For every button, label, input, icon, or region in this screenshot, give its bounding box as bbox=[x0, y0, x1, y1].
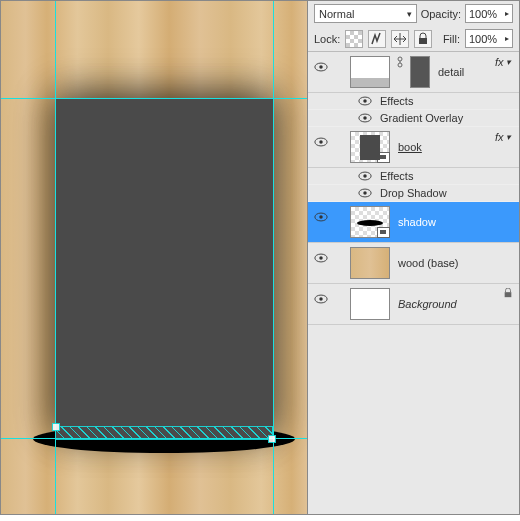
blend-row: Normal Opacity: 100% bbox=[308, 1, 519, 26]
opacity-input[interactable]: 100% bbox=[465, 4, 513, 23]
opacity-label: Opacity: bbox=[421, 8, 461, 20]
effects-header[interactable]: Effects bbox=[308, 168, 519, 185]
svg-point-21 bbox=[319, 297, 323, 301]
lock-position-icon[interactable] bbox=[391, 30, 409, 48]
visibility-toggle[interactable] bbox=[312, 247, 330, 263]
smart-object-icon bbox=[377, 227, 390, 238]
layer-name[interactable]: Background bbox=[394, 288, 499, 320]
visibility-toggle[interactable] bbox=[312, 56, 330, 72]
effect-item[interactable]: Gradient Overlay bbox=[308, 110, 519, 127]
guide-horizontal[interactable] bbox=[1, 98, 307, 99]
svg-rect-22 bbox=[505, 292, 512, 297]
layer-name[interactable]: shadow bbox=[394, 206, 515, 238]
svg-point-15 bbox=[363, 191, 367, 195]
svg-point-13 bbox=[363, 174, 367, 178]
lock-pixels-icon[interactable] bbox=[368, 30, 386, 48]
fill-value: 100% bbox=[469, 33, 497, 45]
svg-point-19 bbox=[319, 256, 323, 260]
lock-icon[interactable] bbox=[503, 288, 515, 300]
document-canvas[interactable] bbox=[1, 1, 307, 514]
layer-thumbnail[interactable] bbox=[350, 56, 390, 88]
visibility-toggle[interactable] bbox=[356, 171, 374, 181]
svg-point-11 bbox=[319, 140, 323, 144]
fx-glyph: fx bbox=[495, 56, 504, 68]
layer-thumbnail[interactable] bbox=[350, 247, 390, 279]
app-root: Normal Opacity: 100% Lock: Fill: 100% de… bbox=[0, 0, 520, 515]
svg-point-4 bbox=[398, 63, 402, 67]
blend-mode-value: Normal bbox=[319, 8, 354, 20]
svg-point-2 bbox=[319, 65, 323, 69]
layers-panel: Normal Opacity: 100% Lock: Fill: 100% de… bbox=[307, 1, 519, 514]
svg-point-3 bbox=[398, 57, 402, 61]
lock-label: Lock: bbox=[314, 33, 340, 45]
svg-point-9 bbox=[363, 116, 367, 120]
fx-badge[interactable]: fx▾ bbox=[495, 131, 515, 143]
lock-transparency-icon[interactable] bbox=[345, 30, 363, 48]
visibility-toggle[interactable] bbox=[312, 288, 330, 304]
visibility-toggle[interactable] bbox=[356, 96, 374, 106]
fill-label: Fill: bbox=[443, 33, 460, 45]
fx-badge[interactable]: fx▾ bbox=[495, 56, 515, 68]
svg-point-7 bbox=[363, 99, 367, 103]
layer-name[interactable]: wood (base) bbox=[394, 247, 515, 279]
blend-mode-select[interactable]: Normal bbox=[314, 4, 417, 23]
layer-thumbnail[interactable] bbox=[350, 206, 390, 238]
layer-name[interactable]: book bbox=[394, 131, 491, 163]
effects-label: Effects bbox=[380, 170, 413, 182]
chevron-down-icon: ▾ bbox=[506, 132, 511, 142]
visibility-toggle[interactable] bbox=[312, 206, 330, 222]
visibility-toggle[interactable] bbox=[356, 113, 374, 123]
lock-all-icon[interactable] bbox=[414, 30, 432, 48]
layer-row[interactable]: shadow bbox=[308, 202, 519, 243]
effect-name: Drop Shadow bbox=[380, 187, 447, 199]
chevron-down-icon: ▾ bbox=[506, 57, 511, 67]
layer-row[interactable]: wood (base) bbox=[308, 243, 519, 284]
fx-glyph: fx bbox=[495, 131, 504, 143]
effect-name: Gradient Overlay bbox=[380, 112, 463, 124]
effects-header[interactable]: Effects bbox=[308, 93, 519, 110]
layer-name[interactable]: detail bbox=[434, 56, 491, 88]
smart-object-icon bbox=[377, 152, 390, 163]
link-icon[interactable] bbox=[394, 56, 406, 68]
layer-thumbnail[interactable] bbox=[350, 288, 390, 320]
layer-thumbnail[interactable] bbox=[350, 131, 390, 163]
lock-row: Lock: Fill: 100% bbox=[308, 26, 519, 52]
visibility-toggle[interactable] bbox=[312, 131, 330, 147]
fill-input[interactable]: 100% bbox=[465, 29, 513, 48]
layers-list: detail fx▾ Effects Gradient Overlay book… bbox=[308, 52, 519, 514]
svg-rect-0 bbox=[419, 38, 427, 44]
effect-item[interactable]: Drop Shadow bbox=[308, 185, 519, 202]
layer-mask-thumbnail[interactable] bbox=[410, 56, 430, 88]
visibility-toggle[interactable] bbox=[356, 188, 374, 198]
opacity-value: 100% bbox=[469, 8, 497, 20]
book-shape[interactable] bbox=[55, 98, 273, 438]
layer-row[interactable]: detail fx▾ bbox=[308, 52, 519, 93]
effects-label: Effects bbox=[380, 95, 413, 107]
transform-bbox[interactable] bbox=[55, 426, 273, 440]
layer-row[interactable]: book fx▾ bbox=[308, 127, 519, 168]
svg-point-17 bbox=[319, 215, 323, 219]
layer-row[interactable]: Background bbox=[308, 284, 519, 325]
